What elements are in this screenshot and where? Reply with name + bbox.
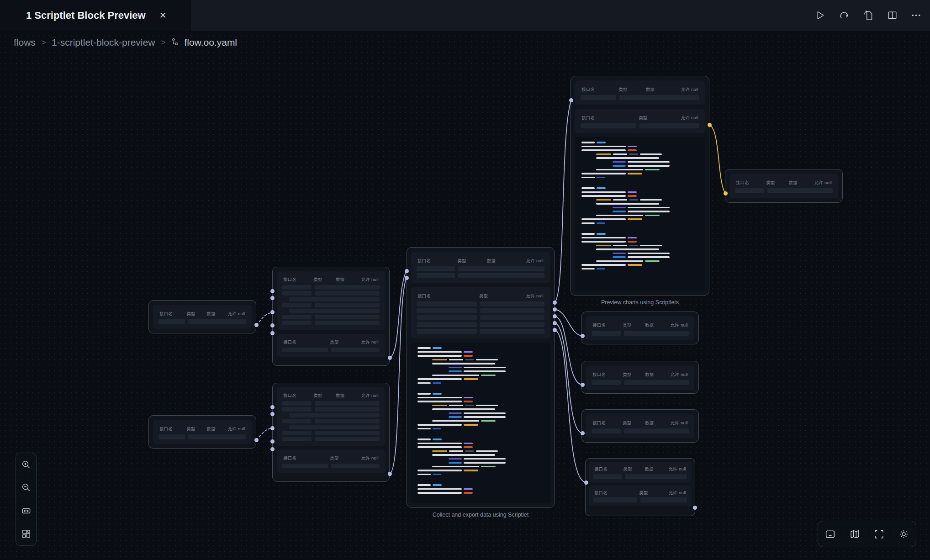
flow-graph-icon	[10, 10, 20, 21]
connection-port[interactable]	[270, 439, 275, 444]
connection-port[interactable]	[581, 334, 585, 338]
file-preview-icon[interactable]	[862, 10, 874, 21]
connection-port[interactable]	[553, 328, 557, 332]
breadcrumb-separator: >	[41, 37, 46, 48]
connection-port[interactable]	[270, 405, 275, 409]
tab-title: 1 Scriptlet Block Preview	[26, 10, 146, 21]
flow-editor-window: 1 Scriptlet Block Preview ✕ flows >	[0, 0, 930, 560]
flow-canvas[interactable]: flows > 1-scriptlet-block-preview > flow…	[0, 31, 930, 560]
breadcrumb-separator: >	[160, 37, 165, 48]
breadcrumb: flows > 1-scriptlet-block-preview > flow…	[14, 37, 237, 48]
canvas-control-toolbar	[818, 521, 916, 547]
breadcrumb-item-flow-folder[interactable]: 1-scriptlet-block-preview	[52, 37, 155, 48]
connection-port[interactable]	[724, 191, 728, 195]
console-icon[interactable]	[824, 528, 836, 540]
tab-close-button[interactable]: ✕	[157, 10, 169, 21]
connection-port[interactable]	[553, 321, 557, 325]
connection-port[interactable]	[270, 412, 275, 416]
breadcrumb-item-flows[interactable]: flows	[14, 37, 36, 48]
editor-actions	[814, 0, 922, 31]
connection-port[interactable]	[553, 307, 557, 312]
connection-port[interactable]	[388, 472, 392, 476]
breadcrumb-item-file[interactable]: flow.oo.yaml	[184, 37, 237, 48]
flow-edge[interactable]	[555, 309, 582, 336]
connection-port[interactable]	[581, 383, 585, 387]
connection-port[interactable]	[581, 431, 585, 435]
connection-port[interactable]	[270, 310, 275, 314]
connection-port[interactable]	[405, 276, 409, 280]
connection-port[interactable]	[569, 98, 573, 102]
connection-port[interactable]	[270, 426, 275, 430]
flow-edge[interactable]	[256, 428, 272, 440]
minimap-icon[interactable]	[849, 528, 861, 540]
flow-edge[interactable]	[390, 271, 406, 358]
flow-edge[interactable]	[555, 100, 571, 302]
zoom-in-icon[interactable]	[21, 460, 32, 470]
connection-port[interactable]	[270, 296, 275, 300]
connection-port[interactable]	[254, 438, 259, 442]
flow-edge[interactable]	[256, 312, 272, 325]
connection-port[interactable]	[270, 323, 275, 328]
connection-port[interactable]	[693, 506, 697, 510]
edge-layer	[0, 31, 930, 560]
fullscreen-icon[interactable]	[873, 528, 885, 540]
connection-port[interactable]	[270, 331, 275, 335]
zoom-out-icon[interactable]	[21, 482, 32, 493]
connection-port[interactable]	[270, 447, 275, 451]
connection-port[interactable]	[254, 323, 259, 327]
connection-port[interactable]	[405, 269, 409, 273]
split-editor-icon[interactable]	[887, 10, 898, 21]
active-tab[interactable]: 1 Scriptlet Block Preview ✕	[0, 0, 191, 31]
flow-edge[interactable]	[555, 323, 582, 433]
auto-layout-icon[interactable]	[21, 528, 32, 539]
fit-width-icon[interactable]	[21, 506, 32, 516]
ellipsis-icon[interactable]	[910, 10, 922, 21]
rerun-icon[interactable]	[838, 10, 850, 21]
flow-edge[interactable]	[555, 330, 586, 482]
connection-port[interactable]	[584, 481, 588, 485]
flow-edge[interactable]	[390, 278, 406, 474]
flow-edge[interactable]	[709, 125, 725, 193]
settings-icon[interactable]	[898, 528, 909, 540]
flow-graph-icon	[171, 37, 179, 48]
connection-port[interactable]	[553, 301, 557, 305]
connection-port[interactable]	[388, 356, 392, 360]
connection-port[interactable]	[708, 123, 712, 127]
play-icon[interactable]	[814, 10, 826, 21]
zoom-toolbar	[16, 453, 37, 546]
editor-tab-bar: 1 Scriptlet Block Preview ✕	[0, 0, 930, 31]
connection-port[interactable]	[270, 289, 275, 293]
connection-port[interactable]	[553, 314, 557, 318]
